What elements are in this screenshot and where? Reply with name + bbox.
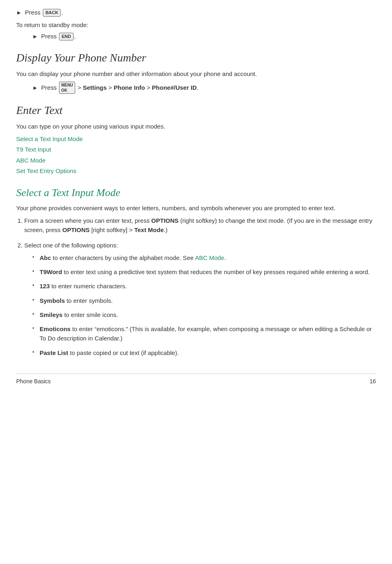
press-end-line: ► Press END.: [32, 32, 376, 41]
option-smileys: Smileys to enter smile icons.: [32, 310, 376, 319]
press-menu-label: Press: [41, 83, 57, 93]
t9word-term: T9Word: [40, 268, 62, 275]
paste-list-term: Paste List: [40, 349, 68, 356]
footer-left: Phone Basics: [16, 377, 51, 386]
back-key-badge: BACK: [43, 9, 61, 17]
toc-select-text-input-mode[interactable]: Select a Text Input Mode: [16, 135, 376, 144]
toc-abc-mode[interactable]: ABC Mode: [16, 156, 376, 165]
option-symbols: Symbols to enter symbols.: [32, 296, 376, 305]
select-text-input-mode-desc: Your phone provides convenient ways to e…: [16, 204, 376, 213]
symbols-term: Symbols: [40, 297, 65, 304]
arrow-icon-3: ►: [32, 84, 38, 92]
emoticons-term: Emoticons: [40, 325, 71, 332]
toc-list: Select a Text Input Mode T9 Text Input A…: [16, 135, 376, 176]
option-abc: Abc to enter characters by using the alp…: [32, 253, 376, 262]
options-bullet-list: Abc to enter characters by using the alp…: [32, 253, 376, 357]
enter-text-heading: Enter Text: [16, 102, 376, 119]
press-back-line: ► Press BACK.: [16, 8, 376, 17]
select-text-input-mode-heading: Select a Text Input Mode: [16, 185, 376, 201]
phone-info-label: Phone Info: [114, 83, 145, 93]
footer-right: 16: [369, 377, 376, 386]
settings-label: Settings: [83, 83, 107, 93]
arrow-icon-2: ►: [32, 32, 38, 41]
options-label-1: OPTIONS: [151, 217, 179, 224]
press-back-label: Press: [25, 8, 40, 17]
toc-t9-text-input[interactable]: T9 Text Input: [16, 145, 376, 154]
standby-text: To return to standby mode:: [16, 21, 376, 30]
abc-term: Abc: [40, 254, 51, 261]
enter-text-desc: You can type on your phone using various…: [16, 122, 376, 131]
display-phone-number-desc: You can display your phone number and ot…: [16, 70, 376, 79]
step-1: From a screen where you can enter text, …: [24, 216, 376, 235]
smileys-term: Smileys: [40, 311, 63, 318]
option-paste-list: Paste List to paste copied or cut text (…: [32, 348, 376, 357]
display-phone-number-heading: Display Your Phone Number: [16, 49, 376, 66]
option-123: 123 to enter numeric characters.: [32, 281, 376, 291]
arrow-icon: ►: [16, 8, 22, 17]
display-phone-instruction-line: ► Press MENUOK > Settings > Phone Info >…: [32, 82, 376, 94]
page-footer: Phone Basics 16: [16, 374, 376, 386]
press-end-label: Press: [41, 32, 57, 41]
options-label-2: OPTIONS: [62, 226, 90, 233]
123-term: 123: [40, 283, 50, 289]
option-emoticons: Emoticons to enter “emoticons.” (This is…: [32, 324, 376, 343]
step-2: Select one of the following options: Abc…: [24, 241, 376, 357]
phone-user-id-label: Phone#/User ID: [152, 83, 197, 93]
option-t9word: T9Word to enter text using a predictive …: [32, 267, 376, 277]
end-key-badge: END: [59, 33, 73, 40]
abc-mode-link[interactable]: ABC Mode: [195, 254, 224, 261]
text-mode-label: Text Mode: [134, 226, 164, 233]
steps-list: From a screen where you can enter text, …: [24, 216, 376, 357]
menu-ok-badge: MENUOK: [59, 82, 75, 94]
toc-set-text-entry-options[interactable]: Set Text Entry Options: [16, 167, 376, 176]
